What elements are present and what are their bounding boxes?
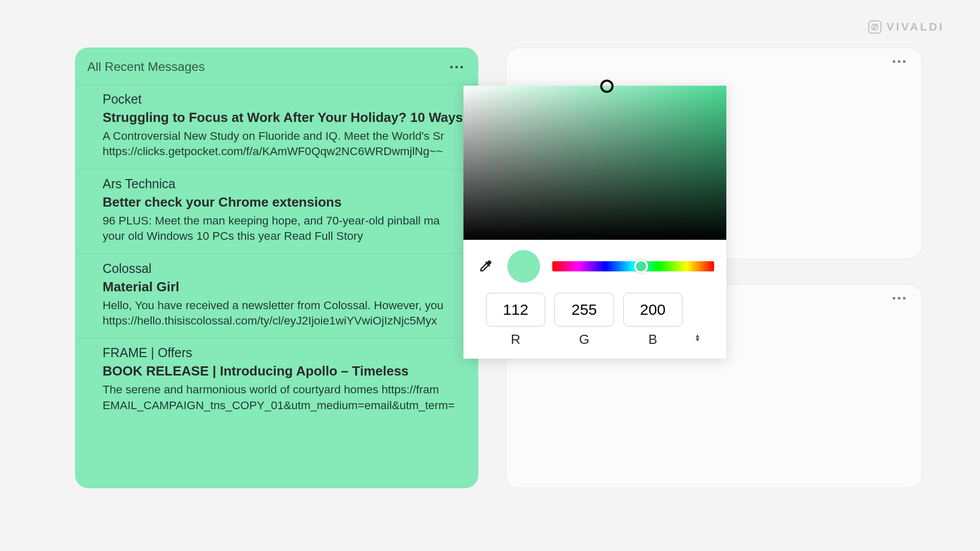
message-item[interactable]: FRAME | Offers BOOK RELEASE | Introducin… xyxy=(75,338,478,422)
r-label: R xyxy=(511,332,521,347)
hue-handle[interactable] xyxy=(634,259,648,273)
message-title: Better check your Chrome extensions xyxy=(103,194,466,210)
eyedropper-button[interactable] xyxy=(476,257,495,276)
hue-slider[interactable] xyxy=(552,261,714,271)
color-picker-popup: R G B ▴ ▾ xyxy=(463,86,726,359)
g-label: G xyxy=(579,332,589,347)
brand-mark: VIVALDI xyxy=(868,20,944,34)
color-mode-toggle[interactable]: ▴ ▾ xyxy=(692,333,704,341)
message-item[interactable]: Ars Technica Better check your Chrome ex… xyxy=(75,169,478,254)
brand-text: VIVALDI xyxy=(887,20,944,34)
panel-header: All Recent Messages xyxy=(75,47,478,84)
b-label: B xyxy=(648,332,657,347)
message-sender: Colossal xyxy=(103,261,466,276)
card-more-button[interactable] xyxy=(893,60,905,63)
message-sender: Pocket xyxy=(103,92,466,107)
message-item[interactable]: Pocket Struggling to Focus at Work After… xyxy=(75,84,478,169)
message-item[interactable]: Colossal Material Girl Hello, You have r… xyxy=(75,254,478,338)
message-body: 96 PLUS: Meet the man keeping hope, and … xyxy=(103,213,466,244)
messages-panel: All Recent Messages Pocket Struggling to… xyxy=(75,47,478,488)
message-body: Hello, You have received a newsletter fr… xyxy=(103,298,466,329)
r-input[interactable] xyxy=(486,293,545,327)
message-title: BOOK RELEASE | Introducing Apollo – Time… xyxy=(103,363,466,379)
message-sender: FRAME | Offers xyxy=(103,345,466,360)
b-input[interactable] xyxy=(623,293,682,327)
message-sender: Ars Technica xyxy=(103,177,466,191)
message-title: Struggling to Focus at Work After Your H… xyxy=(103,110,466,126)
eyedropper-icon xyxy=(478,259,493,274)
chevron-down-icon: ▾ xyxy=(696,337,699,341)
saturation-lightness-field[interactable] xyxy=(463,86,726,240)
current-color-swatch xyxy=(507,250,540,283)
vivaldi-logo-icon xyxy=(868,20,881,34)
message-body: A Controversial New Study on Fluoride an… xyxy=(103,129,466,160)
saturation-handle[interactable] xyxy=(600,80,614,93)
message-body: The serene and harmonious world of court… xyxy=(103,382,466,413)
message-title: Material Girl xyxy=(103,279,466,295)
card-more-button[interactable] xyxy=(893,297,905,299)
g-input[interactable] xyxy=(554,293,614,327)
panel-title: All Recent Messages xyxy=(87,60,205,74)
panel-more-button[interactable] xyxy=(450,66,463,68)
